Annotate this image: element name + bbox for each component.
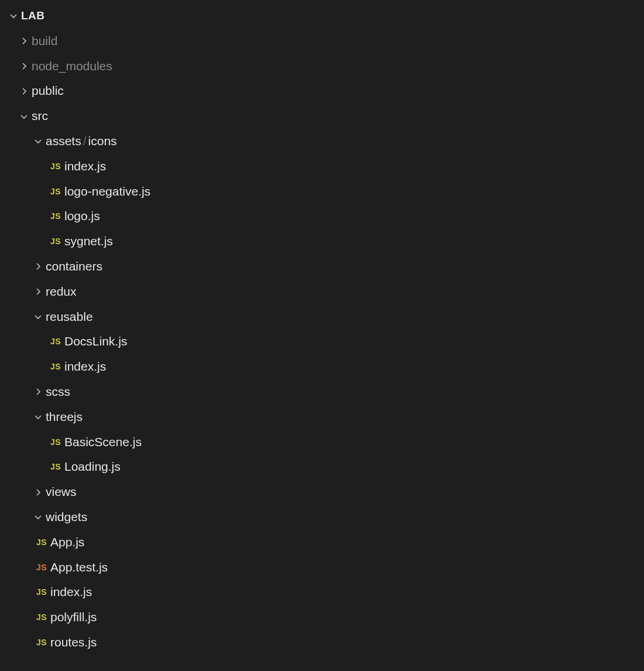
tree-folder[interactable]: reusable [0, 304, 644, 330]
js-file-icon: JS [47, 179, 64, 204]
file-label: index.js [50, 580, 92, 605]
js-file-icon: JS [47, 454, 64, 480]
folder-label: threejs [46, 405, 83, 430]
chevron-right-icon[interactable] [16, 36, 32, 46]
tree-folder[interactable]: build [0, 29, 644, 54]
file-label: routes.js [50, 630, 97, 655]
chevron-placeholder-icon [18, 638, 33, 647]
path-separator: / [81, 134, 88, 148]
chevron-placeholder-icon [32, 187, 47, 196]
folder-label: views [46, 480, 77, 505]
chevron-placeholder-icon [18, 613, 33, 622]
chevron-placeholder-icon [32, 237, 47, 247]
tree-file[interactable]: JSindex.js [0, 580, 644, 605]
chevron-placeholder-icon [32, 212, 47, 221]
chevron-placeholder-icon [32, 437, 47, 447]
folder-label: build [32, 29, 57, 54]
file-label: App.test.js [50, 555, 108, 580]
file-label: index.js [64, 154, 106, 179]
tree-root[interactable]: LAB [0, 4, 644, 29]
js-file-icon: JS [47, 329, 64, 354]
folder-label: containers [46, 254, 102, 279]
file-label: index.js [64, 354, 106, 379]
tree-file[interactable]: JSApp.js [0, 530, 644, 555]
js-file-icon: JS [47, 354, 64, 379]
chevron-placeholder-icon [18, 563, 33, 572]
js-file-icon: JS [33, 580, 50, 605]
chevron-down-icon[interactable] [6, 11, 21, 20]
tree-folder[interactable]: node_modules [0, 54, 644, 79]
tree-folder[interactable]: redux [0, 279, 644, 304]
chevron-placeholder-icon [32, 337, 47, 347]
chevron-placeholder-icon [32, 162, 47, 171]
tree-folder[interactable]: views [0, 480, 644, 505]
js-file-icon: JS [33, 555, 50, 580]
tree-file[interactable]: JSLoading.js [0, 454, 644, 480]
tree-folder[interactable]: containers [0, 254, 644, 279]
tree-file[interactable]: JSDocsLink.js [0, 329, 644, 354]
file-label: logo.js [64, 204, 100, 229]
tree-file[interactable]: JSsygnet.js [0, 229, 644, 254]
tree-folder[interactable]: scss [0, 379, 644, 405]
chevron-placeholder-icon [32, 463, 47, 472]
chevron-down-icon[interactable] [30, 412, 46, 422]
tree-folder[interactable]: threejs [0, 405, 644, 430]
file-label: DocsLink.js [64, 329, 127, 354]
chevron-placeholder-icon [32, 362, 47, 372]
tree-folder[interactable]: src [0, 104, 644, 129]
chevron-down-icon[interactable] [30, 512, 46, 522]
tree-file[interactable]: JSlogo-negative.js [0, 179, 644, 204]
folder-label: node_modules [32, 54, 112, 79]
js-file-icon: JS [47, 154, 64, 179]
tree-file[interactable]: JSlogo.js [0, 204, 644, 229]
tree-folder[interactable]: widgets [0, 505, 644, 530]
folder-label: reusable [46, 304, 93, 330]
file-label: polyfill.js [50, 605, 97, 630]
tree-root-label: LAB [21, 4, 45, 29]
file-label: sygnet.js [64, 229, 113, 254]
js-file-icon: JS [33, 530, 50, 555]
tree-file[interactable]: JSBasicScene.js [0, 430, 644, 455]
chevron-down-icon[interactable] [30, 136, 46, 146]
folder-label: src [32, 104, 48, 129]
file-label: Loading.js [64, 454, 121, 480]
chevron-placeholder-icon [18, 538, 33, 547]
chevron-right-icon[interactable] [30, 262, 46, 271]
js-file-icon: JS [47, 430, 64, 455]
js-file-icon: JS [33, 630, 50, 655]
folder-label: public [32, 78, 64, 104]
file-label: App.js [50, 530, 84, 555]
chevron-down-icon[interactable] [30, 312, 46, 321]
folder-label: widgets [46, 505, 87, 530]
js-file-icon: JS [33, 605, 50, 630]
tree-file[interactable]: JSindex.js [0, 154, 644, 179]
chevron-right-icon[interactable] [16, 61, 32, 71]
tree-file[interactable]: JSpolyfill.js [0, 605, 644, 630]
tree-file[interactable]: JSroutes.js [0, 630, 644, 655]
tree-file[interactable]: JSindex.js [0, 354, 644, 379]
folder-label: assets/icons [46, 129, 117, 154]
folder-label: redux [46, 279, 77, 304]
chevron-down-icon[interactable] [16, 112, 32, 121]
tree-folder[interactable]: assets/icons [0, 129, 644, 154]
chevron-placeholder-icon [18, 588, 33, 597]
js-file-icon: JS [47, 204, 64, 229]
chevron-right-icon[interactable] [30, 488, 46, 497]
chevron-right-icon[interactable] [30, 287, 46, 296]
js-file-icon: JS [47, 229, 64, 254]
chevron-right-icon[interactable] [30, 387, 46, 396]
file-label: logo-negative.js [64, 179, 150, 204]
tree-folder[interactable]: public [0, 78, 644, 104]
file-explorer-tree: LABbuildnode_modulespublicsrcassets/icon… [0, 0, 644, 655]
chevron-right-icon[interactable] [16, 87, 32, 96]
file-label: BasicScene.js [64, 430, 142, 455]
folder-label: scss [46, 379, 70, 405]
tree-file[interactable]: JSApp.test.js [0, 555, 644, 580]
